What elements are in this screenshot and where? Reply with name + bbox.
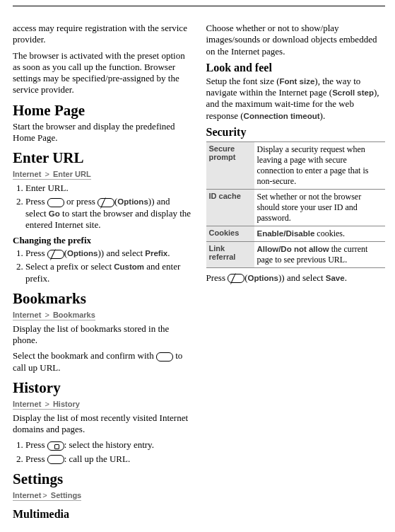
options-label: Options	[248, 274, 278, 282]
connection-timeout-label: Connection timeout	[244, 112, 320, 120]
table-row: ID cache Set whether or not the browser …	[206, 189, 386, 226]
crumb-sep: >	[42, 491, 49, 499]
step: Press or press (Options)) and select Go …	[25, 196, 192, 231]
nav-key-icon	[47, 441, 64, 451]
crumb-internet: Internet	[13, 311, 41, 319]
text: : call up the URL.	[64, 453, 131, 464]
security-heading: Security	[206, 126, 386, 139]
content-columns: access may require registration with the…	[13, 23, 385, 524]
crumb-history: History	[53, 400, 80, 408]
link-referral-desc: Allow/Do not allow the current page to s…	[254, 241, 386, 267]
text: Setup the font size (	[206, 76, 280, 86]
crumb-sep: >	[42, 400, 52, 408]
text: cookies.	[314, 229, 345, 238]
page: 49 access may require registration with …	[0, 0, 395, 532]
step: Press (Options)) and select Prefix.	[25, 248, 192, 259]
cookies-label: Cookies	[206, 226, 254, 241]
text: .	[345, 272, 347, 283]
link-referral-label: Link referral	[206, 241, 254, 267]
text: Press	[25, 248, 47, 258]
change-prefix-steps: Press (Options)) and select Prefix. Sele…	[13, 248, 192, 284]
text: Select the bookmark and confirm with	[13, 350, 156, 361]
step: Press : select the history entry.	[25, 439, 192, 451]
text: Press	[25, 196, 47, 207]
step: Press : call up the URL.	[25, 453, 192, 465]
home-page-paragraph: Start the browser and display the predef…	[13, 121, 192, 144]
bookmarks-heading: Bookmarks	[13, 290, 192, 308]
custom-label: Custom	[114, 262, 144, 271]
crumb-internet: Internet	[13, 170, 41, 178]
breadcrumb: Internet > Enter URL	[13, 170, 91, 180]
prefix-label: Prefix	[145, 249, 167, 258]
softkey-icon	[47, 250, 64, 259]
table-row: Secure prompt Display a security request…	[206, 141, 386, 189]
softkey-icon	[98, 198, 114, 207]
multimedia-paragraph: Choose whether or not to show/play image…	[206, 23, 386, 57]
intro-paragraph-2: The browser is activated with the preset…	[13, 50, 192, 96]
look-and-feel-heading: Look and feel	[206, 62, 386, 74]
enable-disable-label: Enable/Disable	[257, 229, 315, 238]
security-table: Secure prompt Display a security request…	[206, 141, 386, 268]
text: ) and select	[281, 272, 325, 283]
id-cache-desc: Set whether or not the browser should st…	[254, 189, 386, 226]
text: Press	[206, 272, 228, 283]
look-and-feel-paragraph: Setup the font size (Font size), the way…	[206, 76, 386, 122]
secure-prompt-desc: Display a security request when leaving …	[254, 141, 386, 189]
table-row: Link referral Allow/Do not allow the cur…	[206, 241, 386, 267]
crumb-bookmarks: Bookmarks	[53, 311, 95, 319]
crumb-internet: Internet	[13, 400, 41, 408]
crumb-enter-url: Enter URL	[53, 170, 91, 178]
bookmarks-paragraph-2: Select the bookmark and confirm with to …	[13, 350, 192, 374]
text: Press	[25, 453, 47, 464]
step: Select a prefix or select Custom and ent…	[25, 261, 192, 284]
ok-key-icon	[47, 455, 64, 464]
text: : select the history entry.	[64, 439, 154, 450]
text: .	[167, 248, 170, 258]
font-size-label: Font size	[279, 77, 314, 86]
multimedia-heading: Multimedia	[13, 508, 192, 521]
ok-key-icon	[47, 198, 64, 207]
bookmarks-paragraph: Display the list of bookmarks stored in …	[13, 323, 192, 347]
ok-key-icon	[156, 352, 173, 362]
text: Select a prefix or select	[25, 261, 114, 272]
options-label: Options	[67, 249, 98, 258]
settings-heading: Settings	[13, 470, 192, 488]
history-heading: History	[13, 379, 192, 397]
home-page-heading: Home Page	[13, 102, 192, 120]
breadcrumb: Internet > Bookmarks	[13, 311, 95, 320]
crumb-internet: Internet	[13, 491, 41, 499]
allow-label: Allow/Do not allow	[257, 245, 329, 253]
step: Enter URL.	[25, 183, 192, 194]
top-rule	[13, 6, 385, 16]
breadcrumb: Internet> Settings	[13, 491, 81, 501]
cookies-desc: Enable/Disable cookies.	[254, 226, 386, 241]
history-paragraph: Display the list of most recently visite…	[13, 412, 192, 436]
text: ) and select	[101, 248, 145, 258]
options-label: Options	[117, 197, 148, 206]
text: ).	[320, 110, 326, 121]
text: Press	[25, 439, 47, 450]
id-cache-label: ID cache	[206, 189, 254, 226]
intro-paragraph-1: access may require registration with the…	[13, 23, 192, 46]
crumb-sep: >	[42, 170, 52, 178]
press-save-paragraph: Press (Options)) and select Save.	[206, 272, 386, 284]
secure-prompt-label: Secure prompt	[206, 141, 254, 189]
table-row: Cookies Enable/Disable cookies.	[206, 226, 386, 241]
crumb-sep: >	[42, 311, 52, 319]
breadcrumb: Internet > History	[13, 400, 80, 410]
enter-url-steps: Enter URL. Press or press (Options)) and…	[13, 183, 192, 231]
history-steps: Press : select the history entry. Press …	[13, 439, 192, 465]
crumb-settings: Settings	[51, 491, 81, 499]
softkey-icon	[228, 274, 244, 283]
enter-url-heading: Enter URL	[13, 149, 192, 167]
save-label: Save	[326, 274, 345, 282]
text: or press	[64, 196, 98, 207]
scroll-step-label: Scroll step	[332, 88, 374, 97]
go-label: Go	[49, 209, 60, 218]
changing-prefix-heading: Changing the prefix	[13, 235, 192, 246]
